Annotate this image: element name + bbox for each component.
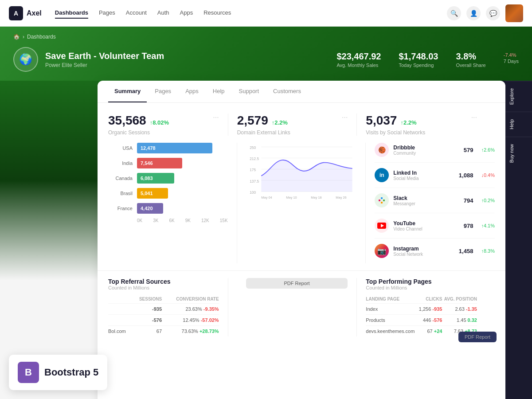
bootstrap-icon: B [18, 362, 39, 383]
bar-value-usa: 12,478 [141, 145, 156, 151]
tab-pages[interactable]: Pages [149, 81, 177, 102]
bar-canada: 6,083 [137, 173, 174, 184]
svg-rect-15 [381, 197, 383, 199]
svg-text:212.5: 212.5 [250, 156, 259, 161]
domain-links-change: ↑2.2% [272, 119, 288, 126]
bar-label-usa: USA [108, 145, 133, 151]
charts-row: USA 12,478 India 7,546 [98, 136, 505, 271]
instagram-icon: 📷 [375, 244, 389, 258]
linkedin-icon: in [375, 168, 389, 182]
tab-summary[interactable]: Summary [108, 81, 147, 102]
metric-more-3[interactable]: ··· [471, 113, 477, 121]
svg-text:175: 175 [250, 168, 256, 172]
bottom-row: Top Referral Sources Counted in Millions… [98, 271, 505, 344]
social-slack: Slack Messanger 794 ↑0.2% [375, 193, 495, 213]
svg-rect-17 [381, 202, 383, 203]
buy-now-button[interactable]: Buy now [505, 137, 532, 170]
organic-sessions-change: ↑8.02% [150, 119, 169, 126]
pdf-report-dark-button[interactable]: PDF Report [458, 332, 497, 342]
pdf-report-button[interactable]: PDF Report [246, 278, 348, 289]
metric-more-2[interactable]: ··· [342, 113, 348, 121]
bar-brasil: 5,041 [137, 188, 168, 199]
today-spending-value: $1,748.03 [399, 51, 438, 62]
line-area-fill [261, 160, 352, 192]
metric-social-visits: 5,037 ↑2.2% Visits by Social Networks ··… [366, 113, 486, 136]
social-chart: 🏀 Dribbble Community 579 ↑2.6% in Linked… [366, 143, 495, 263]
col-clicks: CLICKS [418, 295, 442, 304]
table-row: -576 12.45% -57.02% [108, 315, 219, 326]
bar-axis: 0K3K6K9K12K15K [108, 218, 228, 223]
nav-links: Dashboards Pages Account Auth Apps Resou… [55, 8, 447, 19]
hero-banner: 🏠 › Dashboards 🌍 Save Earth - Volunteer … [0, 27, 532, 81]
nav-resources[interactable]: Resources [203, 8, 231, 19]
top-pages-table: LANDING PAGE CLICKS AVG. POSITION Index … [366, 295, 477, 336]
metrics-row: 35,568 ↑8.02% Organic Sessions ··· 2,579… [98, 103, 505, 136]
nav-dashboards[interactable]: Dashboards [55, 8, 88, 19]
user-avatar[interactable] [505, 4, 523, 22]
tab-customers[interactable]: Customers [267, 81, 307, 102]
col-landing-page: LANDING PAGE [366, 295, 417, 304]
svg-text:100: 100 [250, 190, 256, 195]
logo-icon: A [9, 6, 23, 20]
explore-button[interactable]: Explore [505, 81, 532, 112]
seven-days-label: 7 Days [504, 59, 519, 64]
right-sidebar: Explore Help Buy now [505, 81, 532, 399]
bar-label-india: India [108, 160, 133, 166]
bar-value-india: 7,546 [141, 160, 153, 166]
referral-title: Top Referral Sources [108, 278, 219, 285]
line-chart: 250 212.5 175 137.5 100 May 0 [237, 143, 366, 263]
social-visits-value: 5,037 [366, 113, 397, 128]
referral-subtitle: Counted in Millions [108, 285, 219, 290]
organic-sessions-value: 35,568 [108, 113, 146, 128]
social-youtube: YouTube Video Channel 978 ↑4.1% [375, 219, 495, 239]
notifications-button[interactable]: 👤 [466, 6, 481, 20]
svg-rect-16 [383, 200, 385, 201]
metric-more-1[interactable]: ··· [213, 113, 219, 121]
bootstrap-text: Bootstrap 5 [44, 367, 98, 378]
table-row: Products 446 -576 1.45 0.32 [366, 315, 477, 326]
nav-account[interactable]: Account [126, 8, 147, 19]
top-pages-section: Top Performing Pages Counted in Millions… [366, 278, 486, 336]
top-pages-title: Top Performing Pages [366, 278, 477, 285]
col-sessions: SESSIONS [132, 295, 162, 304]
slack-icon [375, 193, 389, 207]
social-instagram: 📷 Instagram Social Network 1,458 ↑8.3% [375, 244, 495, 263]
bootstrap-badge: B Bootstrap 5 [9, 355, 107, 390]
dashboard-card: Summary Pages Apps Help Support Customer… [98, 81, 505, 399]
domain-links-value: 2,579 [237, 113, 268, 128]
svg-text:137.5: 137.5 [250, 179, 259, 184]
svg-text:May 04: May 04 [261, 196, 272, 200]
bar-value-france: 4,420 [141, 206, 153, 211]
nav-pages[interactable]: Pages [99, 8, 115, 19]
hero-stats: $23,467.92 Avg. Monthly Sales $1,748.03 … [336, 51, 519, 68]
metric-domain-links: 2,579 ↑2.2% Domain External Links ··· [237, 113, 357, 136]
svg-text:May 10: May 10 [286, 196, 297, 200]
social-linkedin: in Linked In Social Media 1,088 ↓0.4% [375, 168, 495, 188]
hero-title: Save Earth - Volunteer Team [45, 51, 164, 61]
table-row: -935 23.63% -9.35% [108, 304, 219, 315]
help-button[interactable]: Help [505, 112, 532, 137]
nav-right: 🔍 👤 💬 [447, 4, 523, 22]
overall-share-value: 3.8% [456, 51, 485, 62]
hero-subtitle: Power Elite Seller [45, 62, 164, 68]
organic-sessions-label: Organic Sessions [108, 129, 169, 136]
pdf-report-dark-area: PDF Report [458, 332, 497, 342]
col-avg-position: AVG. POSITION [442, 295, 477, 304]
table-row: Index 1,256 -935 2.63 -1.35 [366, 304, 477, 315]
hero-logo: 🌍 [13, 47, 38, 72]
svg-text:May 26: May 26 [336, 196, 346, 200]
nav-auth[interactable]: Auth [157, 8, 169, 19]
bar-usa: 12,478 [137, 143, 212, 153]
top-navigation: A Axel Dashboards Pages Account Auth App… [0, 0, 532, 27]
bar-value-brasil: 5,041 [141, 191, 153, 196]
tab-support[interactable]: Support [233, 81, 266, 102]
messages-button[interactable]: 💬 [486, 6, 500, 20]
home-icon: 🏠 [13, 34, 20, 40]
bar-chart: USA 12,478 India 7,546 [108, 143, 237, 263]
search-button[interactable]: 🔍 [447, 6, 461, 20]
tab-help[interactable]: Help [207, 81, 231, 102]
tab-apps[interactable]: Apps [179, 81, 205, 102]
nav-apps[interactable]: Apps [180, 8, 193, 19]
bar-india: 7,546 [137, 158, 182, 168]
logo-area[interactable]: A Axel [9, 6, 42, 20]
